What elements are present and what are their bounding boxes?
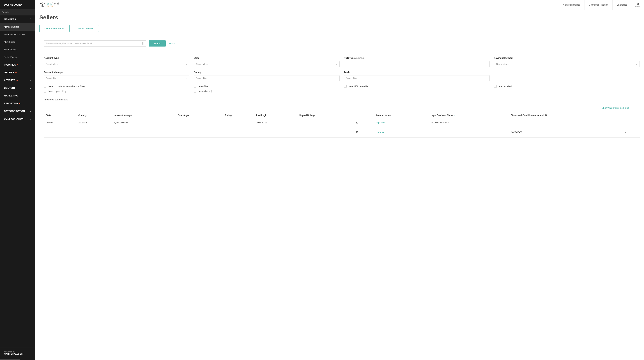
nav-section-label: MEMBERS (4, 18, 16, 21)
checkbox-label: are online only (198, 90, 212, 92)
nav-section-inquiries[interactable]: INQUIRIES ⌄ (0, 61, 35, 68)
select-value: Select filter... (196, 77, 208, 80)
nav-item-multi-stores[interactable]: Multi Stores (0, 38, 35, 46)
nav-section-adverts[interactable]: ADVERTS ⌄ (0, 76, 35, 84)
checkbox-input[interactable] (44, 85, 46, 88)
chevron-down-icon: ⌄ (30, 72, 31, 74)
edit-icon[interactable] (356, 122, 359, 124)
filter-grid: Account Type Select filter...⌄ State Sel… (44, 56, 640, 82)
state-select[interactable]: Select filter...⌄ (194, 61, 340, 67)
col-state[interactable]: State (44, 113, 76, 118)
col-extra[interactable]: L (622, 113, 640, 118)
reset-link[interactable]: Reset (168, 42, 175, 45)
nav-item-manage-sellers[interactable]: Manage Sellers (0, 23, 35, 31)
cell-legal-business-name: Testy McTestPants (428, 118, 509, 128)
edit-icon[interactable] (356, 131, 359, 134)
nav-section-members[interactable]: MEMBERS ⌃ (0, 16, 35, 23)
col-sales-agent[interactable]: Sales Agent (176, 113, 223, 118)
logo-text: bestfriend bazaar (46, 2, 59, 7)
nav-item-seller-location-issues[interactable]: Seller Location Issues (0, 31, 35, 38)
cell-account-manager (112, 128, 176, 138)
profile-label: Profile (636, 6, 640, 8)
col-account-manager[interactable]: Account Manager (112, 113, 176, 118)
logo-area: bestfriend bazaar (35, 0, 559, 10)
nav-section-orders[interactable]: ORDERS ⌄ (0, 68, 35, 76)
trade-select[interactable]: Select filter...⌄ (344, 75, 490, 82)
nav-section-content[interactable]: CONTENT ⌄ (0, 84, 35, 92)
chevron-up-icon: ⌃ (30, 18, 31, 20)
pos-type-input[interactable] (344, 61, 490, 67)
sort-indicator-icon: ↑↓ (454, 114, 455, 116)
select-value: Select filter... (196, 63, 208, 66)
cell-terms-accepted: 2023-10-06 (509, 128, 622, 138)
filter-account-manager: Account Manager Select filter...⌄ (44, 71, 190, 82)
seller-search-input[interactable] (44, 40, 146, 46)
col-unpaid-billings[interactable]: Unpaid Billings (297, 113, 354, 118)
chevron-down-icon: ⌄ (30, 64, 31, 66)
cell-edit (354, 118, 374, 128)
topbar-profile[interactable]: Profile (632, 0, 644, 10)
checkbox-input[interactable] (344, 85, 346, 88)
filter-label: State (194, 56, 340, 59)
logo[interactable]: bestfriend bazaar (39, 2, 59, 8)
checkbox-input[interactable] (44, 90, 46, 92)
filter-pos-type: POS Type (optional) (344, 56, 490, 67)
search-button[interactable]: Search (149, 40, 166, 46)
marketplacer-brand: MARKETPLACER (4, 353, 31, 355)
filter-label: Account Manager (44, 71, 190, 74)
account-manager-select[interactable]: Select filter...⌄ (44, 75, 190, 82)
filter-label: Rating (194, 71, 340, 74)
account-name-link[interactable]: Nigel Test (376, 122, 385, 124)
search-row: Search Reset (44, 40, 640, 46)
account-name-link[interactable]: Hortense (376, 131, 384, 134)
nav-section-reporting[interactable]: REPORTING ⌄ (0, 100, 35, 107)
barcode-icon[interactable] (44, 122, 44, 124)
col-country[interactable]: Country (76, 113, 112, 118)
col-terms-accepted[interactable]: Terms and Conditions Accepted At (509, 113, 622, 118)
cell-extra (622, 118, 640, 128)
payment-method-select[interactable]: Select filter...⌄ (494, 61, 640, 67)
create-new-seller-button[interactable]: Create New Seller (39, 25, 70, 32)
cell-unpaid-billings (297, 128, 354, 138)
col-edit (354, 113, 374, 118)
account-type-select[interactable]: Select filter...⌄ (44, 61, 190, 67)
cell-unpaid-billings (297, 118, 354, 128)
nav-section-configuration[interactable]: CONFIGURATION ⌄ (0, 115, 35, 123)
col-legal-business-name[interactable]: Legal Business Name↑↓ (428, 113, 509, 118)
checkbox-are-offline: are offline (194, 85, 340, 88)
horizontal-scrollbar-thumb[interactable] (0, 359, 20, 360)
checkbox-have-mstore: have MStore enabled (344, 85, 490, 88)
checkbox-input[interactable] (194, 85, 196, 88)
chevron-down-icon: ⌄ (30, 95, 31, 97)
nav-section-label: CONTENT (4, 86, 15, 89)
col-label: Legal Business Name (430, 114, 453, 116)
nav-section-marketing[interactable]: MARKETING ⌄ (0, 92, 35, 100)
col-last-login[interactable]: Last Login (254, 113, 297, 118)
col-account-name[interactable]: Account Name (374, 113, 428, 118)
topbar-link-changelog[interactable]: Changelog (612, 0, 632, 10)
import-sellers-button[interactable]: Import Sellers (73, 25, 99, 32)
nav-item-seller-trades[interactable]: Seller Trades (0, 46, 35, 53)
nav-section-label: INQUIRIES (4, 64, 16, 66)
topbar-link-connected-platform[interactable]: Connected Platform (584, 0, 612, 10)
notification-dot-icon (16, 80, 18, 81)
chevron-down-icon: ⌄ (30, 110, 31, 112)
sidebar-search-input[interactable] (0, 9, 35, 16)
cell-extra: m (622, 128, 640, 138)
svg-point-0 (40, 3, 41, 4)
rating-select[interactable]: Select filter...⌄ (194, 75, 340, 82)
topbar-link-marketplace[interactable]: View Marketplace (559, 0, 584, 10)
notification-dot-icon (16, 72, 16, 73)
barcode-icon[interactable] (142, 42, 144, 44)
col-rating[interactable]: Rating (223, 113, 254, 118)
table-controls: Show / hide table columns (44, 106, 640, 110)
nav-section-categorisation[interactable]: CATEGORISATION ⌄ (0, 107, 35, 115)
filter-label: Payment Method (494, 56, 640, 59)
nav-item-seller-ratings[interactable]: Seller Ratings (0, 53, 35, 61)
advanced-search-filters-toggle[interactable]: Advanced search filters › (44, 98, 640, 101)
checkbox-input[interactable] (494, 85, 497, 88)
nav-section-label: CATEGORISATION (4, 110, 25, 112)
show-hide-columns-link[interactable]: Show / hide table columns (602, 106, 629, 109)
notification-dot-icon (19, 103, 20, 104)
checkbox-input[interactable] (194, 90, 196, 92)
